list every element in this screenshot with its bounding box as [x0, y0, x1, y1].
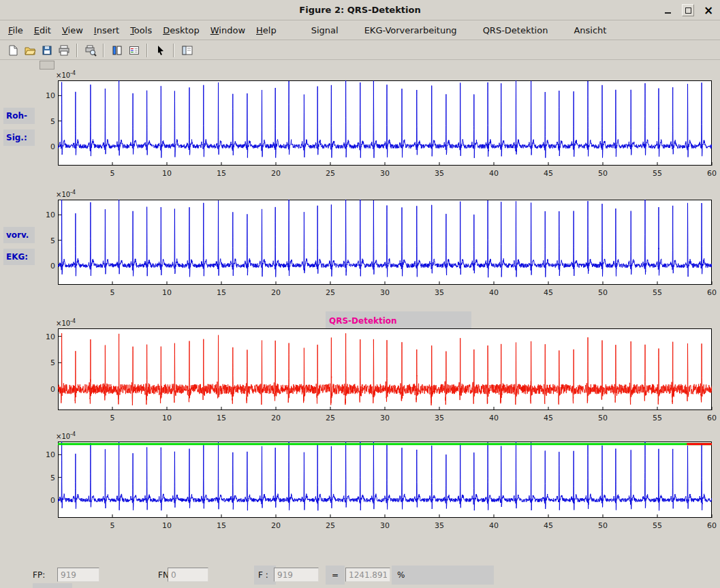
x-tick-label: 55 [653, 288, 662, 297]
x-tick-label: 15 [217, 521, 226, 530]
titlebar: Figure 2: QRS-Detektion × [0, 0, 720, 20]
y-tick-label: 5 [50, 236, 55, 245]
menu-ekg-vorverarbeitung[interactable]: EKG-Vorverarbeitung [351, 25, 470, 35]
x-tick-label: 20 [271, 521, 281, 530]
roh-signal-chart: ×10-4510152025303540455055600510 [37, 69, 719, 181]
percent-label: % [397, 570, 405, 580]
axes-box [59, 329, 712, 410]
print-icon[interactable] [56, 42, 72, 58]
toolbar-separator [173, 44, 174, 57]
x-tick-label: 10 [162, 414, 172, 422]
fn-field[interactable] [168, 568, 208, 582]
f-field[interactable] [274, 568, 319, 582]
x-tick-label: 40 [489, 169, 499, 178]
x-tick-label: 10 [162, 521, 172, 530]
bottom-cut-panel [33, 583, 72, 588]
toolbar [0, 41, 720, 60]
y-scale-label: ×10-4 [56, 189, 76, 198]
x-tick-label: 40 [489, 414, 499, 422]
minimize-button[interactable] [661, 4, 674, 16]
menu-view[interactable]: View [57, 25, 89, 35]
toolbar-separator [76, 44, 78, 57]
menu-help[interactable]: Help [251, 25, 282, 35]
menu-file[interactable]: File [3, 25, 29, 35]
x-tick-label: 25 [326, 288, 335, 297]
label-roh: Roh- [3, 108, 35, 124]
x-tick-label: 45 [544, 521, 553, 530]
axes-box [59, 81, 712, 166]
x-tick-label: 35 [435, 169, 444, 178]
x-tick-label: 5 [110, 169, 115, 178]
axes-box [59, 200, 712, 285]
x-tick-label: 5 [110, 414, 115, 422]
menu-desktop[interactable]: Desktop [157, 25, 205, 35]
x-tick-label: 25 [326, 414, 335, 422]
y-tick-label: 10 [46, 91, 55, 100]
menu-edit[interactable]: Edit [29, 25, 57, 35]
y-tick-label: 0 [50, 385, 55, 394]
x-tick-label: 15 [217, 169, 226, 178]
equals-label: = [332, 570, 339, 580]
plot-roh-signal: ×10-4510152025303540455055600510 [37, 69, 719, 183]
x-tick-label: 55 [653, 414, 662, 422]
plot-detektion-result: ×10-4510152025303540455055600510 [37, 431, 719, 536]
menu-right-group: Signal EKG-Vorverarbeitung QRS-Detektion… [298, 25, 620, 35]
y-tick-label: 5 [50, 358, 55, 367]
x-tick-label: 45 [544, 169, 553, 178]
x-tick-label: 50 [598, 521, 608, 530]
menubar: File Edit View Insert Tools Desktop Wind… [0, 21, 720, 40]
x-tick-label: 50 [598, 414, 608, 422]
x-tick-label: 35 [435, 414, 444, 422]
close-button[interactable]: × [702, 4, 715, 16]
figure-window: Figure 2: QRS-Detektion × File Edit View… [0, 0, 720, 588]
menu-tools[interactable]: Tools [125, 25, 157, 35]
x-tick-label: 50 [598, 169, 608, 178]
vorv-ekg-chart: ×10-4510152025303540455055600510 [37, 189, 719, 300]
property-editor-icon[interactable] [179, 42, 195, 58]
label-vorv: vorv. [3, 227, 35, 243]
save-icon[interactable] [39, 42, 54, 58]
insert-colorbar-icon[interactable] [109, 42, 125, 58]
equals-box: = [326, 566, 345, 585]
y-tick-label: 10 [46, 332, 55, 341]
menu-ansicht[interactable]: Ansicht [561, 25, 619, 35]
menu-insert[interactable]: Insert [89, 25, 125, 35]
x-tick-label: 60 [707, 169, 717, 178]
window-controls: × [661, 0, 715, 20]
y-scale-label: ×10-4 [56, 318, 76, 327]
x-tick-label: 60 [707, 414, 717, 422]
menu-qrs-detektion[interactable]: QRS-Detektion [470, 25, 561, 35]
x-tick-label: 5 [110, 288, 115, 297]
print-preview-icon[interactable] [82, 42, 98, 58]
x-tick-label: 30 [380, 169, 390, 178]
menu-signal[interactable]: Signal [298, 25, 351, 35]
menu-window[interactable]: Window [205, 25, 251, 35]
insert-legend-icon[interactable] [126, 42, 142, 58]
close-icon: × [704, 4, 713, 16]
maximize-button[interactable] [682, 4, 694, 16]
toolbar-separator [146, 44, 148, 57]
x-tick-label: 60 [707, 521, 717, 530]
percent-box: % [392, 566, 494, 585]
y-tick-label: 5 [50, 117, 55, 126]
y-tick-label: 0 [50, 262, 55, 270]
ratio-field[interactable] [345, 568, 390, 582]
x-tick-label: 50 [598, 288, 608, 297]
x-tick-label: 45 [544, 414, 553, 422]
qrs-detektion-chart: ×10-4510152025303540455055600510 [37, 318, 719, 425]
pointer-icon[interactable] [153, 42, 168, 58]
y-tick-label: 10 [46, 211, 55, 219]
label-sig: Sig.: [3, 129, 35, 146]
plot-vorv-ekg: ×10-4510152025303540455055600510 [37, 189, 719, 303]
y-tick-label: 10 [46, 450, 55, 459]
open-folder-icon[interactable] [22, 42, 37, 58]
y-tick-label: 5 [50, 474, 55, 482]
fp-field[interactable] [57, 568, 99, 582]
x-tick-label: 60 [707, 288, 717, 297]
plot-qrs-detektion: ×10-4510152025303540455055600510 [37, 318, 719, 428]
maximize-icon [685, 7, 691, 14]
f-label: F : [258, 570, 268, 580]
toolbar-separator [103, 44, 104, 57]
x-tick-label: 35 [435, 521, 444, 530]
new-file-icon[interactable] [5, 42, 20, 58]
